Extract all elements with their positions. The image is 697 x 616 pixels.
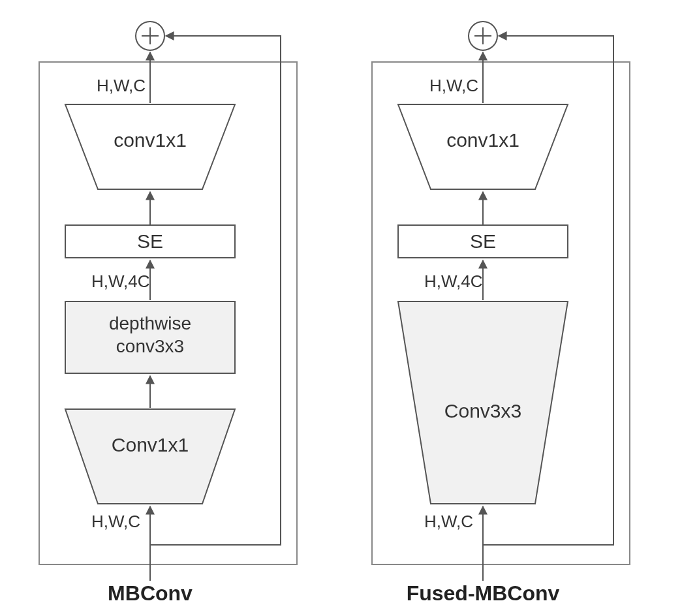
conv1x1-bottom-label-left: Conv1x1 (112, 434, 189, 455)
mbconv-block: H,W,C conv1x1 SE H,W,4C depthwise conv3x… (39, 22, 297, 605)
se-label-right: SE (470, 230, 496, 252)
conv1x1-bottom-left (65, 409, 235, 504)
title-left: MBConv (108, 581, 193, 605)
title-right: Fused-MBConv (407, 581, 560, 605)
mid-dim-right: H,W,4C (424, 271, 483, 291)
fused-mbconv-block: H,W,C conv1x1 SE H,W,4C Conv3x3 H,W,C Fu… (372, 22, 630, 605)
conv3x3-label-right: Conv3x3 (444, 400, 521, 422)
conv1x1-top-label-left: conv1x1 (114, 129, 187, 151)
depthwise-label-left-line2: conv3x3 (116, 336, 184, 356)
top-dim-right: H,W,C (429, 76, 478, 95)
bottom-dim-left: H,W,C (91, 512, 140, 531)
top-dim-left: H,W,C (97, 76, 146, 95)
conv1x1-top-label-right: conv1x1 (446, 129, 519, 151)
add-node-left (136, 22, 164, 50)
se-label-left: SE (137, 230, 163, 252)
depthwise-label-left-line1: depthwise (109, 313, 191, 333)
bottom-dim-right: H,W,C (424, 512, 473, 531)
add-node-right (469, 22, 497, 50)
mid-dim-left: H,W,4C (91, 271, 150, 291)
diagram-root: H,W,C conv1x1 SE H,W,4C depthwise conv3x… (0, 0, 697, 616)
